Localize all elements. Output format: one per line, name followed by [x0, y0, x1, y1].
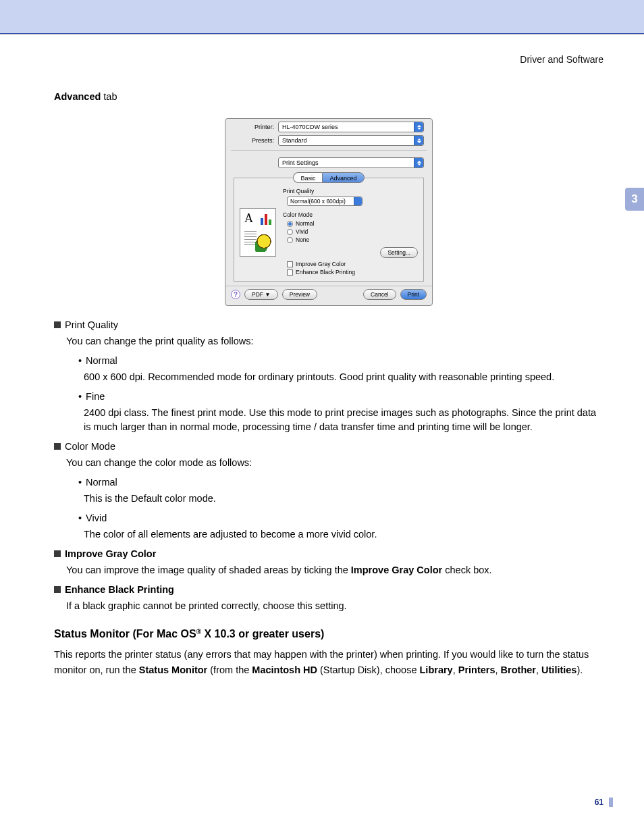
presets-row: Presets: Standard [225, 132, 432, 146]
header-section-title: Driver and Software [520, 54, 603, 65]
presets-select[interactable]: Standard [278, 135, 424, 146]
improve-gray-desc: You can improve the image quality of sha… [66, 563, 603, 577]
radio-normal[interactable]: Normal [287, 220, 418, 227]
divider [231, 150, 427, 151]
check-improve-gray[interactable]: Improve Gray Color [287, 261, 418, 267]
advanced-panel: A Print Quality Normal(600 x 600dpi) Col… [234, 178, 424, 282]
presets-label: Presets: [234, 137, 274, 144]
square-bullet-icon [54, 550, 61, 557]
gray-bold: Improve Gray Color [351, 565, 442, 575]
sb-b4: Printers [458, 664, 495, 675]
print-quality-value: Normal(600 x 600dpi) [290, 198, 346, 205]
radio-vivid-label: Vivid [296, 228, 308, 235]
check-enhance-black[interactable]: Enhance Black Printing [287, 269, 418, 276]
sb-b6: Utilities [541, 664, 576, 675]
check-improve-gray-label: Improve Gray Color [296, 261, 346, 267]
bullet-cm-normal-desc: This is the Default color mode. [84, 492, 603, 506]
item-print-quality-title: Print Quality [65, 319, 118, 330]
enhance-black-desc: If a black graphic cannot be printed cor… [66, 599, 603, 613]
advanced-label: Advanced [54, 91, 101, 102]
bullet-cm-vivid-name: Vivid [86, 513, 107, 523]
bullet-fine-desc: 2400 dpi class. The finest print mode. U… [84, 406, 603, 434]
print-quality-select[interactable]: Normal(600 x 600dpi) [287, 197, 363, 206]
setting-button[interactable]: Setting... [380, 247, 418, 258]
gray-pre: You can improve the image quality of sha… [66, 565, 351, 575]
dropdown-icon [414, 136, 423, 145]
bullet-fine: •Fine [78, 391, 603, 402]
radio-normal-label: Normal [296, 220, 314, 227]
pane-select[interactable]: Print Settings [278, 157, 424, 168]
print-quality-label: Print Quality [283, 188, 418, 194]
bullet-cm-normal-name: Normal [86, 477, 117, 488]
item-print-quality: Print Quality [54, 319, 603, 330]
item-enhance-black: Enhance Black Printing [54, 584, 603, 595]
status-h-pre: Status Monitor (For Mac OS [54, 628, 196, 640]
dropdown-icon [414, 122, 423, 132]
radio-icon [287, 221, 293, 227]
color-mode-label: Color Mode [283, 211, 418, 218]
pq-intro: You can change the print quality as foll… [66, 334, 603, 348]
preview-button[interactable]: Preview [282, 289, 317, 300]
sb-b3: Library [420, 664, 453, 675]
sb-b5: Brother [501, 664, 536, 675]
pane-row: Print Settings [225, 155, 432, 168]
printer-select-value: HL-4070CDW series [282, 124, 338, 130]
status-monitor-heading: Status Monitor (For Mac OS® X 10.3 or gr… [54, 628, 603, 640]
radio-icon [287, 229, 293, 235]
advanced-tab-heading: Advanced tab [54, 91, 603, 102]
sb-7: ). [576, 664, 583, 675]
radio-none[interactable]: None [287, 236, 418, 243]
page-number: 61 [595, 798, 603, 807]
page-number-bar [609, 798, 613, 807]
cancel-button[interactable]: Cancel [363, 289, 396, 300]
tab-advanced[interactable]: Advanced [322, 172, 364, 183]
radio-vivid[interactable]: Vivid [287, 228, 418, 235]
bullet-normal: •Normal [78, 355, 603, 366]
item-improve-gray-title: Improve Gray Color [65, 548, 156, 559]
chapter-tab: 3 [625, 188, 644, 211]
bullet-cm-vivid: •Vivid [78, 513, 603, 523]
check-enhance-black-label: Enhance Black Printing [296, 269, 355, 276]
bullet-cm-normal: •Normal [78, 477, 603, 488]
top-band [0, 0, 644, 34]
sb-3: (Startup Disk), choose [317, 664, 420, 675]
setting-row: Setting... [283, 247, 418, 258]
page-preview-thumb: A [240, 208, 276, 257]
item-enhance-black-title: Enhance Black Printing [65, 584, 174, 595]
presets-select-value: Standard [282, 137, 307, 144]
pdf-button[interactable]: PDF ▼ [244, 289, 278, 300]
help-icon[interactable]: ? [231, 290, 240, 299]
page-content: Advanced tab Printer: HL-4070CDW series … [54, 91, 603, 677]
square-bullet-icon [54, 321, 61, 328]
registered-icon: ® [196, 628, 201, 635]
dropdown-icon [354, 197, 362, 205]
pane-select-value: Print Settings [282, 159, 319, 166]
thumb-image [255, 234, 273, 252]
dialog-footer: ? PDF ▼ Preview Cancel Print [225, 286, 432, 305]
item-color-mode: Color Mode [54, 441, 603, 452]
thumb-letter: A [244, 211, 253, 226]
printer-select[interactable]: HL-4070CDW series [278, 122, 424, 132]
status-monitor-body: This reports the printer status (any err… [54, 647, 603, 677]
header-underline [0, 34, 644, 34]
bullet-cm-vivid-desc: The color of all elements are adjusted t… [84, 527, 603, 542]
square-bullet-icon [54, 443, 61, 450]
status-h-post: X 10.3 or greater users) [201, 628, 324, 640]
bullet-fine-name: Fine [86, 391, 105, 402]
printer-label: Printer: [234, 124, 274, 130]
printer-row: Printer: HL-4070CDW series [225, 119, 432, 132]
tab-label: tab [101, 91, 117, 102]
radio-icon [287, 237, 293, 243]
dropdown-icon [414, 158, 423, 167]
square-bullet-icon [54, 586, 61, 593]
gray-post: check box. [442, 565, 491, 575]
sb-b2: Macintosh HD [252, 664, 317, 675]
cm-intro: You can change the color mode as follows… [66, 456, 603, 470]
print-dialog: Printer: HL-4070CDW series Presets: Stan… [225, 118, 433, 306]
bullet-normal-desc: 600 x 600 dpi. Recommended mode for ordi… [84, 370, 603, 384]
sb-b1: Status Monitor [139, 664, 208, 675]
sb-5: , [495, 664, 501, 675]
print-button[interactable]: Print [400, 289, 427, 300]
tab-basic[interactable]: Basic [293, 172, 322, 183]
bullet-normal-name: Normal [86, 355, 117, 366]
